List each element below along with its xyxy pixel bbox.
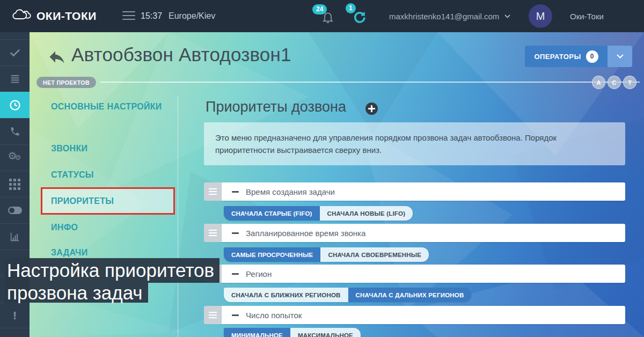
- cloud-logo-icon: [12, 8, 31, 24]
- drag-handle[interactable]: [204, 224, 222, 242]
- menu-hamburger-icon[interactable]: [122, 11, 135, 21]
- description-box: Это меню предназначено для управления по…: [204, 122, 625, 165]
- add-priority-button[interactable]: [365, 102, 378, 115]
- bar-chart-icon: [9, 231, 21, 243]
- user-email: maxkhristenko141@gmail.com: [389, 12, 499, 21]
- drag-handle[interactable]: [204, 306, 222, 324]
- sidebar-item-settings[interactable]: [0, 144, 30, 171]
- option-button[interactable]: СНАЧАЛА С БЛИЖНИХ РЕГИОНОВ: [224, 288, 348, 302]
- toggle-icon: [8, 207, 22, 214]
- sidebar-item-tasks[interactable]: [0, 39, 30, 65]
- timezone-label[interactable]: Europe/Kiev: [169, 11, 215, 21]
- check-icon: [9, 47, 21, 58]
- clock-area: 15:37 Europe/Kiev: [141, 0, 215, 32]
- submenu-item-main-settings[interactable]: ОСНОВНЫЕ НАСТРОЙКИ: [51, 101, 174, 112]
- priority-options: СНАЧАЛА С БЛИЖНИХ РЕГИОНОВ СНАЧАЛА С ДАЛ…: [224, 288, 471, 302]
- page-title: Автообзвон Автодозвон1: [71, 44, 291, 65]
- priority-options: МИНИМАЛЬНОЕ МАКСИМАЛЬНОЕ: [224, 328, 361, 337]
- sidebar-item-switches[interactable]: [0, 197, 30, 223]
- user-menu[interactable]: maxkhristenko141@gmail.com: [389, 0, 510, 32]
- notifications-count-badge: 24: [312, 4, 327, 14]
- app-logo[interactable]: ОКИ-ТОКИ: [12, 0, 97, 32]
- exclamation-icon: [13, 309, 17, 322]
- priority-bar[interactable]: Запланированное время звонка: [222, 224, 625, 242]
- collapse-minus-icon[interactable]: [232, 232, 239, 234]
- priority-label: Запланированное время звонка: [246, 229, 365, 238]
- priority-label: Время создания задачи: [246, 187, 335, 196]
- avatar[interactable]: M: [529, 4, 552, 28]
- operators-label: ОПЕРАТОРЫ: [534, 53, 581, 61]
- menu-divider: [178, 97, 178, 337]
- option-button[interactable]: СНАЧАЛА СТАРЫЕ (FIFO): [224, 206, 320, 221]
- submenu-item-calls[interactable]: ЗВОНКИ: [51, 143, 174, 154]
- sidebar-item-reports[interactable]: [0, 223, 30, 250]
- submenu-item-statuses[interactable]: СТАТУСЫ: [51, 169, 174, 180]
- operators-count-badge: 0: [586, 50, 598, 63]
- account-name: Оки-Токи: [570, 0, 604, 32]
- back-button[interactable]: [47, 47, 67, 67]
- option-button[interactable]: МИНИМАЛЬНОЕ: [224, 328, 290, 337]
- caption-line-1: Настройка приоритетов: [4, 258, 219, 283]
- collapse-minus-icon[interactable]: [232, 273, 239, 275]
- collapse-minus-icon[interactable]: [232, 191, 239, 193]
- grip-lines-icon: [209, 312, 217, 318]
- sidebar-item-alerts[interactable]: [0, 302, 30, 328]
- header-divider-line: [100, 82, 640, 83]
- priority-row: Регион: [204, 265, 625, 283]
- current-time: 15:37: [141, 11, 162, 21]
- section-heading: Приоритеты дозвона: [206, 99, 346, 115]
- priority-bar[interactable]: Регион: [222, 265, 625, 283]
- grip-lines-icon: [209, 188, 217, 195]
- top-bar: ОКИ-ТОКИ 15:37 Europe/Kiev 24 1 maxkhris…: [0, 0, 644, 32]
- option-button[interactable]: СНАЧАЛА НОВЫЕ (LIFO): [320, 206, 413, 221]
- grip-lines-icon: [209, 230, 217, 236]
- priority-bar[interactable]: Число попыток: [222, 306, 625, 324]
- sidebar-item-queues[interactable]: [0, 65, 30, 92]
- project-badge[interactable]: НЕТ ПРОЕКТОВ: [36, 77, 96, 88]
- operators-button[interactable]: ОПЕРАТОРЫ 0: [525, 46, 608, 67]
- collapse-minus-icon[interactable]: [232, 314, 239, 316]
- sidebar-item-calls[interactable]: [0, 118, 30, 144]
- operators-dropdown-button[interactable]: [608, 46, 632, 67]
- history-count-badge: 1: [346, 3, 356, 13]
- caption-line-2: прозвона задач: [4, 283, 148, 303]
- priority-options: СНАЧАЛА СТАРЫЕ (FIFO) СНАЧАЛА НОВЫЕ (LIF…: [224, 206, 413, 221]
- drag-handle[interactable]: [204, 182, 222, 201]
- chevron-down-icon: [617, 54, 624, 58]
- chevron-down-icon: [504, 14, 510, 18]
- submenu-item-priorities[interactable]: ПРИОРИТЕТЫ: [51, 195, 173, 207]
- notifications-button[interactable]: 24: [321, 10, 335, 24]
- history-button[interactable]: 1: [352, 10, 366, 24]
- priority-row: Запланированное время звонка: [204, 224, 625, 242]
- priority-row: Время создания задачи: [204, 182, 625, 201]
- route-badge-c[interactable]: C: [608, 76, 621, 89]
- history-refresh-icon: [352, 10, 366, 24]
- priority-label: Число попыток: [246, 311, 302, 320]
- option-button[interactable]: СНАЧАЛА С ДАЛЬНИХ РЕГИОНОВ: [348, 288, 472, 302]
- sidebar-item-autodialer[interactable]: [0, 92, 30, 118]
- priority-label: Регион: [246, 269, 272, 279]
- gears-icon: [8, 151, 22, 164]
- route-badge-t[interactable]: T: [623, 76, 636, 89]
- clock-icon: [9, 99, 21, 112]
- sidebar-item-apps[interactable]: [0, 171, 30, 197]
- logo-text: ОКИ-ТОКИ: [36, 10, 97, 23]
- option-button[interactable]: СНАЧАЛА СВОЕВРЕМЕННЫЕ: [320, 247, 429, 262]
- grid-icon: [9, 179, 20, 190]
- annotation-highlight-priorities[interactable]: ПРИОРИТЕТЫ: [41, 187, 175, 215]
- priority-options: САМЫЕ ПРОСРОЧЕННЫЕ СНАЧАЛА СВОЕВРЕМЕННЫЕ: [224, 247, 429, 262]
- phone-icon: [10, 126, 20, 137]
- list-icon: [9, 73, 21, 85]
- option-button[interactable]: САМЫЕ ПРОСРОЧЕННЫЕ: [224, 247, 320, 262]
- back-arrow-icon: [47, 47, 67, 67]
- route-badge-a[interactable]: A: [592, 76, 605, 89]
- option-button[interactable]: МАКСИМАЛЬНОЕ: [290, 328, 361, 337]
- priority-bar[interactable]: Время создания задачи: [222, 182, 625, 201]
- submenu-item-tasks[interactable]: ЗАДАЧИ: [51, 247, 174, 258]
- submenu-item-info[interactable]: ИНФО: [51, 222, 174, 233]
- priority-row: Число попыток: [204, 306, 625, 324]
